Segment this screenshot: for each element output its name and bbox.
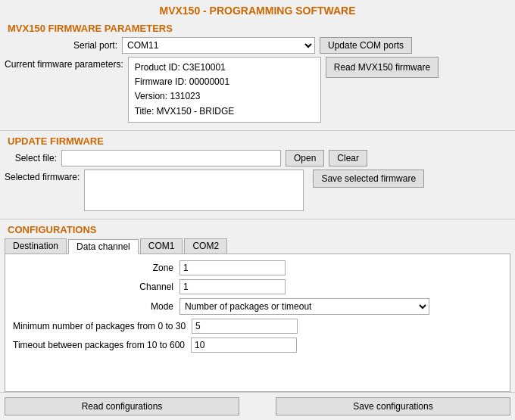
mode-select[interactable]: Number of packages or timeout Timeout on… xyxy=(179,298,429,315)
save-selected-firmware-button[interactable]: Save selected firmware xyxy=(313,170,424,188)
update-firmware-section-title: UPDATE FIRMWARE xyxy=(3,134,512,148)
configurations-section-title: CONFIGURATIONS xyxy=(3,222,512,237)
selected-firmware-label: Selected firmware: xyxy=(5,170,84,182)
firmware-info-box: Product ID: C3E10001 Firmware ID: 000000… xyxy=(128,57,321,123)
file-path-input[interactable] xyxy=(61,150,281,166)
tab-com1[interactable]: COM1 xyxy=(140,238,183,254)
timeout-input[interactable] xyxy=(191,338,297,353)
open-file-button[interactable]: Open xyxy=(286,150,324,166)
select-file-label: Select file: xyxy=(5,153,61,163)
zone-label: Zone xyxy=(13,263,179,273)
serial-port-select[interactable]: COM11 COM1 COM2 COM3 xyxy=(122,37,315,54)
update-com-ports-button[interactable]: Update COM ports xyxy=(320,37,412,54)
timeout-label: Timeout between packages from 10 to 600 xyxy=(13,340,191,350)
tab-com2[interactable]: COM2 xyxy=(184,238,227,254)
clear-file-button[interactable]: Clear xyxy=(329,150,367,166)
title-info: Title: MVX150 - BRIDGE xyxy=(135,104,314,119)
tabs-row: Destination Data channel COM1 COM2 xyxy=(5,238,510,254)
min-packages-input[interactable] xyxy=(192,319,298,334)
mode-label: Mode xyxy=(13,301,179,312)
product-id: Product ID: C3E10001 xyxy=(135,61,314,75)
selected-firmware-box xyxy=(84,170,304,211)
min-packages-label: Minimum number of packages from 0 to 30 xyxy=(13,321,192,331)
firmware-params-section-title: MVX150 FIRMWARE PARAMETERS xyxy=(3,21,512,36)
read-firmware-button[interactable]: Read MVX150 firmware xyxy=(326,57,439,78)
read-configurations-button[interactable]: Read configurations xyxy=(5,397,239,415)
save-configurations-button[interactable]: Save configurations xyxy=(276,397,510,415)
serial-port-label: Serial port: xyxy=(5,40,122,51)
tab-destination[interactable]: Destination xyxy=(5,238,67,254)
current-firmware-label: Current firmware parameters: xyxy=(5,57,128,70)
tab-data-channel[interactable]: Data channel xyxy=(68,239,139,254)
bottom-bar: Read configurations Save configurations xyxy=(0,392,515,420)
zone-input[interactable] xyxy=(179,260,286,275)
version: Version: 131023 xyxy=(135,89,314,104)
firmware-id: Firmware ID: 00000001 xyxy=(135,75,314,89)
app-title: MVX150 - PROGRAMMING SOFTWARE xyxy=(0,0,515,20)
tab-content: Zone Channel Mode Number of packages or … xyxy=(5,254,510,392)
channel-label: Channel xyxy=(13,282,179,292)
channel-input[interactable] xyxy=(179,279,286,294)
